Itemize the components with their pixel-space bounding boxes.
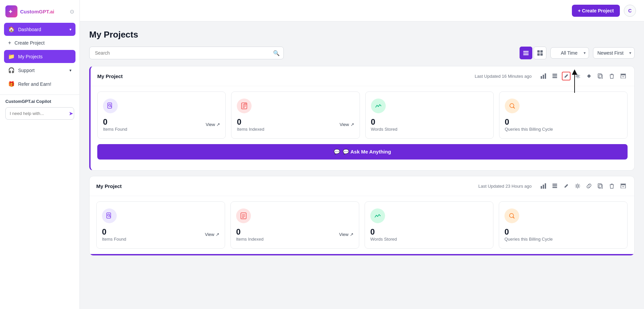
copilot-input-wrap: ➤ — [5, 107, 74, 120]
stat-card-words-stored: 0 Words Stored — [365, 91, 494, 139]
external-link-icon-2: ↗ — [351, 122, 354, 127]
copy-icon-2[interactable] — [596, 182, 605, 190]
stat-queries-info-2: 0 Queries this Billing Cycle — [504, 227, 622, 242]
stat-card-items-found-2: 0 Items Found View ↗ — [96, 201, 225, 249]
svg-rect-13 — [552, 75, 557, 76]
stat-card-queries-2: 0 Queries this Billing Cycle — [499, 201, 628, 249]
copy-icon[interactable] — [596, 72, 605, 80]
project-1-last-updated: Last Updated 16 Minutes ago — [475, 74, 532, 79]
project-2-bottom-bar — [90, 254, 634, 255]
archive-icon[interactable] — [619, 72, 628, 80]
sidebar-item-myprojects-label: My Projects — [18, 54, 43, 59]
headset-icon: 🎧 — [8, 67, 15, 73]
project-2-name: My Project — [96, 183, 122, 189]
content-area: My Projects 🔍 📅 All Time — [80, 21, 644, 309]
queries-value: 0 — [505, 117, 622, 127]
queries-icon — [505, 99, 520, 113]
stat-queries-info: 0 Queries this Billing Cycle — [505, 117, 622, 132]
svg-rect-5 — [537, 50, 540, 53]
external-link-icon-4: ↗ — [350, 232, 354, 237]
avatar[interactable]: C — [624, 5, 636, 17]
svg-rect-6 — [540, 50, 543, 53]
items-found-label: Items Found — [103, 127, 127, 132]
page-title: My Projects — [89, 29, 635, 40]
sort-filter-select[interactable]: Newest First — [593, 47, 635, 59]
project-card-2-header: My Project Last Updated 23 Hours ago — [90, 176, 634, 196]
project-2-stats: 0 Items Found View ↗ — [90, 196, 634, 254]
logo-area: ✦ CustomGPT.ai ⊙ — [0, 5, 79, 23]
words-stored-icon-2 — [370, 208, 385, 223]
svg-rect-9 — [541, 76, 542, 79]
edit-icon-2[interactable] — [562, 182, 571, 190]
items-indexed-view-btn-2[interactable]: View ↗ — [339, 232, 354, 237]
project-2-meta: Last Updated 23 Hours ago — [478, 182, 628, 190]
svg-rect-32 — [599, 185, 602, 189]
chat-icon: 💬 — [334, 149, 340, 155]
svg-rect-26 — [543, 185, 544, 189]
topbar: + Create Project C — [80, 0, 644, 21]
svg-rect-38 — [241, 213, 246, 219]
view-grid-button[interactable] — [534, 47, 546, 59]
svg-rect-15 — [599, 75, 602, 79]
search-icon[interactable]: 🔍 — [273, 50, 280, 56]
data-icon-2[interactable] — [550, 182, 559, 190]
project-2-last-updated: Last Updated 23 Hours ago — [478, 184, 532, 189]
items-found-value: 0 — [103, 117, 127, 127]
time-filter-select[interactable]: All Time — [550, 47, 589, 59]
create-project-button[interactable]: + Create Project — [572, 5, 620, 17]
project-1-meta: Last Updated 16 Minutes ago — [475, 72, 628, 80]
view-list-button[interactable] — [520, 47, 532, 59]
copilot-input[interactable] — [10, 111, 66, 116]
archive-icon-2[interactable] — [619, 182, 628, 190]
stat-items-indexed-info: 0 Items Indexed — [237, 117, 264, 132]
sidebar-item-refer-earn[interactable]: 🎁 Refer and Earn! — [4, 77, 75, 90]
ask-me-anything-button[interactable]: 💬 💬 Ask Me Anything — [97, 144, 628, 160]
stat-words-stored-info-2: 0 Words Stored — [370, 227, 488, 242]
svg-rect-8 — [540, 53, 543, 56]
copilot-send-icon[interactable]: ➤ — [69, 110, 73, 117]
sidebar-item-create-project[interactable]: + Create Project — [4, 37, 75, 49]
stat-words-stored-info: 0 Words Stored — [371, 117, 488, 132]
search-input[interactable] — [89, 47, 284, 59]
svg-rect-17 — [621, 74, 626, 75]
clock-icon[interactable]: ⊙ — [70, 8, 74, 15]
items-found-icon — [103, 99, 118, 113]
items-indexed-icon-2 — [236, 208, 251, 223]
svg-rect-16 — [598, 74, 601, 78]
svg-rect-12 — [552, 74, 557, 75]
stat-card-items-found: 0 Items Found View ↗ — [97, 91, 226, 139]
data-icon[interactable] — [550, 72, 559, 80]
sidebar-item-support[interactable]: 🎧 Support ▾ — [4, 64, 75, 77]
svg-rect-29 — [552, 185, 557, 186]
svg-rect-2 — [523, 51, 529, 52]
sidebar-item-my-projects[interactable]: 📁 My Projects — [4, 50, 75, 63]
logo-text: CustomGPT.ai — [20, 9, 54, 14]
words-stored-icon — [371, 99, 386, 113]
project-1-stats: 0 Items Found View ↗ — [91, 86, 634, 144]
queries-icon-2 — [504, 208, 519, 223]
stats-icon-2[interactable] — [539, 182, 548, 190]
svg-rect-25 — [541, 186, 542, 189]
link-icon-2[interactable] — [585, 182, 593, 190]
sidebar: ✦ CustomGPT.ai ⊙ 🏠 Dashboard ▾ + Create … — [0, 0, 80, 309]
stat-items-found-info: 0 Items Found — [103, 117, 127, 132]
stats-icon[interactable] — [539, 72, 548, 80]
items-indexed-view-btn[interactable]: View ↗ — [340, 122, 354, 127]
sidebar-item-dashboard[interactable]: 🏠 Dashboard ▾ — [4, 23, 75, 36]
svg-point-23 — [244, 103, 246, 105]
items-found-view-btn[interactable]: View ↗ — [206, 122, 220, 127]
svg-rect-11 — [545, 73, 546, 79]
search-wrap: 🔍 — [89, 47, 284, 59]
delete-icon[interactable] — [607, 72, 616, 80]
items-found-label-2: Items Found — [102, 237, 126, 242]
items-indexed-value-2: 0 — [236, 227, 264, 237]
items-found-view-btn-2[interactable]: View ↗ — [205, 232, 219, 237]
project-card-1: My Project Last Updated 16 Minutes ago — [89, 66, 635, 171]
stat-bottom-items-indexed-2: 0 Items Indexed View ↗ — [236, 227, 354, 242]
settings-icon-2[interactable] — [573, 182, 582, 190]
link-icon[interactable] — [585, 72, 593, 80]
delete-icon-2[interactable] — [607, 182, 616, 190]
gift-icon: 🎁 — [8, 81, 15, 87]
items-indexed-label-2: Items Indexed — [236, 237, 264, 242]
project-2-actions — [539, 182, 628, 190]
